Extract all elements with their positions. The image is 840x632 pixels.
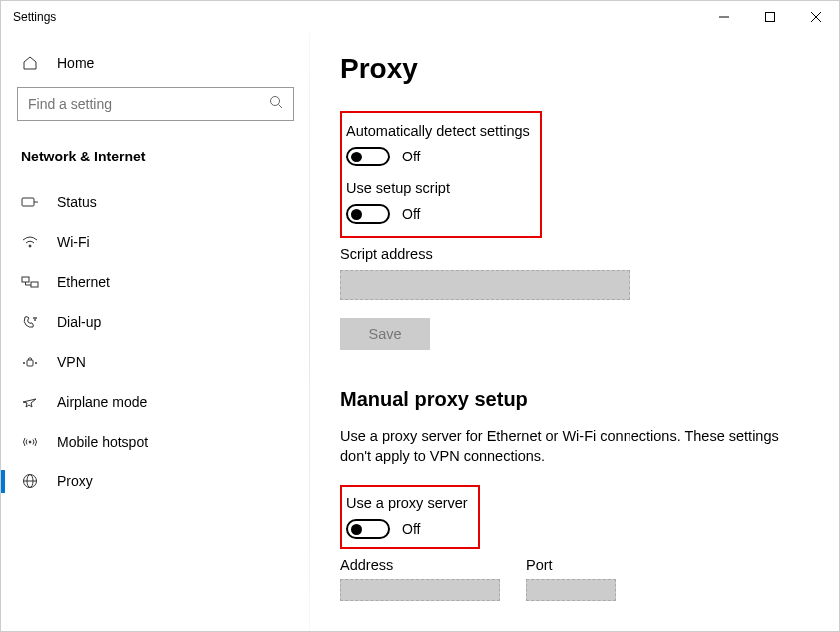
search-field[interactable] [28, 96, 269, 112]
svg-rect-9 [22, 277, 29, 282]
nav-proxy[interactable]: Proxy [1, 462, 310, 501]
ethernet-icon [21, 275, 39, 289]
nav-vpn[interactable]: VPN [1, 342, 310, 382]
nav-label: Ethernet [57, 274, 110, 290]
nav-label: Mobile hotspot [57, 434, 148, 450]
save-button: Save [340, 318, 430, 350]
address-input [340, 579, 500, 601]
nav-wifi[interactable]: Wi-Fi [1, 222, 310, 262]
svg-point-4 [271, 97, 280, 106]
nav-home-label: Home [57, 55, 94, 71]
script-address-input [340, 270, 630, 300]
svg-rect-6 [22, 198, 34, 206]
nav-dialup[interactable]: Dial-up [1, 302, 310, 342]
use-proxy-toggle[interactable] [346, 519, 390, 539]
nav-status[interactable]: Status [1, 182, 310, 222]
port-input [526, 579, 616, 601]
highlight-use-proxy: Use a proxy server Off [340, 485, 480, 549]
section-header: Network & Internet [1, 139, 310, 182]
manual-setup-heading: Manual proxy setup [340, 388, 799, 411]
svg-point-13 [35, 320, 36, 321]
svg-rect-14 [27, 360, 33, 366]
search-icon [269, 95, 283, 113]
port-label: Port [526, 557, 616, 573]
svg-point-12 [36, 318, 37, 319]
home-icon [21, 55, 39, 71]
svg-line-5 [279, 105, 283, 109]
highlight-auto-proxy: Automatically detect settings Off Use se… [340, 111, 542, 238]
svg-point-17 [29, 441, 31, 443]
status-icon [21, 195, 39, 209]
nav-home[interactable]: Home [1, 45, 310, 81]
nav-ethernet[interactable]: Ethernet [1, 262, 310, 302]
use-proxy-state: Off [402, 521, 420, 537]
svg-point-11 [34, 318, 35, 319]
address-label: Address [340, 557, 500, 573]
svg-rect-10 [31, 282, 38, 287]
close-button[interactable] [793, 1, 839, 33]
hotspot-icon [21, 435, 39, 449]
window-title: Settings [13, 10, 701, 24]
setup-script-state: Off [402, 206, 420, 222]
auto-detect-state: Off [402, 149, 420, 164]
dialup-icon [21, 315, 39, 329]
nav-label: Airplane mode [57, 394, 147, 410]
nav-airplane[interactable]: Airplane mode [1, 382, 310, 422]
svg-rect-1 [766, 13, 775, 22]
nav-label: Wi-Fi [57, 234, 90, 250]
nav-label: Dial-up [57, 314, 101, 330]
auto-detect-label: Automatically detect settings [346, 123, 530, 139]
manual-setup-desc: Use a proxy server for Ethernet or Wi-Fi… [340, 427, 779, 466]
svg-point-16 [35, 362, 36, 363]
wifi-icon [21, 235, 39, 249]
nav-label: Status [57, 194, 97, 210]
svg-point-15 [23, 362, 24, 363]
nav-label: Proxy [57, 474, 93, 489]
vpn-icon [21, 355, 39, 369]
setup-script-label: Use setup script [346, 180, 530, 196]
minimize-button[interactable] [701, 1, 747, 33]
auto-detect-toggle[interactable] [346, 147, 390, 166]
search-input[interactable] [17, 87, 294, 121]
airplane-icon [21, 395, 39, 409]
nav-hotspot[interactable]: Mobile hotspot [1, 422, 310, 462]
maximize-button[interactable] [747, 1, 793, 33]
globe-icon [21, 474, 39, 489]
use-proxy-label: Use a proxy server [346, 495, 468, 511]
svg-point-8 [29, 245, 31, 247]
nav-label: VPN [57, 354, 86, 370]
setup-script-toggle[interactable] [346, 204, 390, 224]
script-address-label: Script address [340, 246, 799, 262]
page-title: Proxy [340, 53, 799, 85]
